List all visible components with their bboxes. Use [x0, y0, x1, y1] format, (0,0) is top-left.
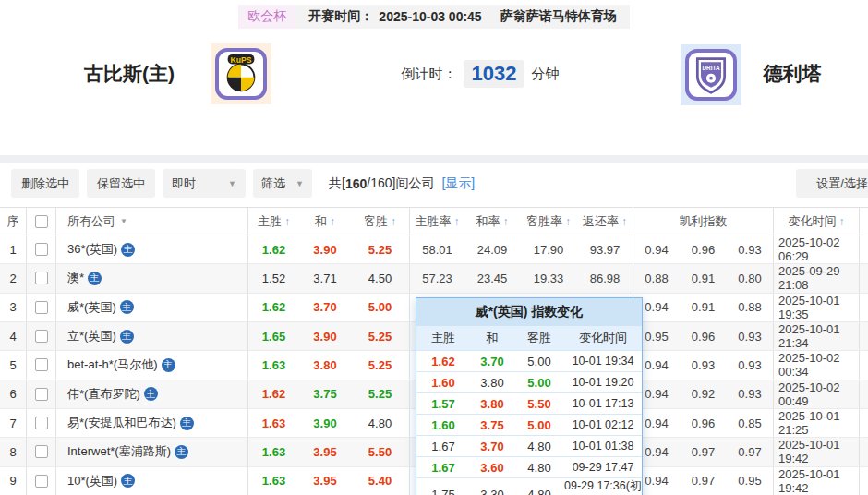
odds-draw: 3.90 — [299, 322, 351, 350]
odds-away: 5.25 — [351, 380, 409, 408]
odds-home: 1.65 — [247, 322, 299, 350]
col-return-rate-sort[interactable]: 返还率↑ — [577, 208, 633, 235]
return-rate: 86.98 — [577, 264, 633, 292]
row-index: 7 — [0, 409, 26, 437]
col-home-sort[interactable]: 主胜↑ — [247, 208, 299, 235]
popup-odds-away: 4.80 — [514, 457, 564, 477]
col-draw-rate-sort[interactable]: 和率↑ — [464, 208, 520, 235]
odds-away: 5.40 — [351, 467, 409, 495]
popup-change-time: 10-01 19:34 — [564, 351, 642, 371]
row-checkbox[interactable] — [35, 445, 48, 458]
company-link[interactable]: 威*(英国) 主 — [55, 294, 247, 321]
odds-draw: 3.80 — [299, 351, 351, 379]
odds-home: 1.62 — [247, 294, 299, 321]
company-link[interactable]: 伟*(直布罗陀) 主 — [55, 380, 247, 408]
home-badge-icon: 主 — [162, 358, 175, 372]
nav-tab[interactable] — [510, 130, 513, 143]
col-draw-sort[interactable]: 和↑ — [299, 208, 351, 235]
nav-tab[interactable] — [316, 130, 319, 143]
odds-home: 1.63 — [247, 351, 299, 379]
kelly-draw: 0.97 — [680, 438, 727, 465]
popup-odds-draw: 3.80 — [470, 372, 514, 392]
away-rate: 19.33 — [520, 264, 577, 292]
row-checkbox[interactable] — [35, 301, 48, 314]
popup-change-time: 10-01 19:20 — [564, 372, 642, 392]
home-badge-icon: 主 — [121, 243, 135, 257]
kelly-draw: 0.91 — [680, 294, 727, 321]
popup-odds-draw: 3.75 — [470, 415, 514, 435]
popup-row: 1.62 3.70 5.00 10-01 19:34 — [416, 350, 642, 371]
popup-col-away: 客胜 — [514, 326, 564, 350]
draw-rate: 23.45 — [464, 264, 520, 292]
col-change-time-sort[interactable]: 变化时间↑ — [773, 208, 859, 235]
popup-odds-away: 4.80 — [514, 436, 564, 456]
popup-header: 主胜 和 客胜 变化时间 — [416, 326, 642, 350]
drita-crest-icon: DRITA — [691, 54, 731, 95]
row-index: 9 — [0, 467, 26, 495]
nav-tab[interactable] — [355, 130, 358, 143]
sort-up-icon: ↑ — [503, 215, 509, 228]
company-link[interactable]: bet-at-h*(马尔他) 主 — [55, 351, 247, 379]
venue-name: 萨翁萨诺马特体育场 — [500, 8, 617, 25]
nav-tab[interactable] — [432, 130, 436, 143]
separator-band — [0, 155, 868, 163]
table-row[interactable]: 2 澳* 主 1.52 3.71 4.50 57.23 23.45 19.33 … — [0, 264, 868, 293]
popup-row: 1.57 3.80 5.50 10-01 17:13 — [416, 392, 642, 414]
company-link[interactable]: 易*(安提瓜和巴布达) 主 — [55, 409, 247, 437]
match-info-bar: 欧会杯 开赛时间： 2025-10-03 00:45 萨翁萨诺马特体育场 — [0, 5, 868, 29]
popup-odds-home: 1.62 — [416, 351, 470, 371]
nav-tab[interactable] — [549, 130, 552, 143]
chevron-down-icon: ▼ — [228, 179, 236, 188]
nav-tab[interactable] — [393, 130, 397, 143]
instant-dropdown[interactable]: 即时 ▼ — [163, 169, 246, 198]
countdown-label: 倒计时： — [402, 66, 457, 83]
col-away-rate-sort[interactable]: 客胜率↑ — [520, 208, 577, 235]
row-index: 8 — [0, 438, 26, 465]
popup-row: 1.67 3.60 4.80 09-29 17:47 — [416, 456, 642, 477]
keep-selected-button[interactable]: 保留选中 — [87, 169, 155, 198]
row-checkbox[interactable] — [35, 475, 48, 488]
col-home-rate-sort[interactable]: 主胜率↑ — [409, 208, 464, 235]
league-badge[interactable]: 欧会杯 — [238, 5, 295, 29]
row-checkbox[interactable] — [35, 358, 48, 371]
row-checkbox[interactable] — [35, 272, 48, 284]
company-link[interactable]: 立*(英国) 主 — [55, 322, 247, 350]
kelly-away: 0.93 — [727, 322, 773, 350]
row-checkbox[interactable] — [35, 388, 48, 401]
company-link[interactable]: 36*(英国) 主 — [55, 235, 247, 263]
col-away-sort[interactable]: 客胜↑ — [351, 208, 409, 235]
row-index: 6 — [0, 380, 26, 408]
nav-tab[interactable] — [471, 130, 475, 143]
delete-selected-button[interactable]: 删除选中 — [11, 169, 79, 198]
row-checkbox[interactable] — [35, 243, 48, 256]
change-time: 2025-10-02 00:34 — [773, 351, 859, 379]
kelly-draw: 0.92 — [680, 380, 727, 408]
odds-away: 5.50 — [351, 438, 409, 465]
kelly-draw: 0.96 — [680, 409, 727, 437]
row-checkbox[interactable] — [35, 417, 48, 429]
company-link[interactable]: 澳* 主 — [55, 264, 247, 292]
popup-odds-draw: 3.70 — [470, 351, 514, 371]
filter-dropdown[interactable]: 筛选 ▼ — [253, 169, 312, 198]
kups-crest-icon: KuPS — [220, 53, 262, 95]
odds-history-popup: 威*(英国) 指数变化 主胜 和 客胜 变化时间 1.62 3.70 5.00 … — [416, 297, 643, 495]
popup-change-time: 09-29 17:36(初指) — [564, 478, 642, 495]
company-link[interactable]: 10*(英国) 主 — [55, 467, 247, 495]
sort-up-icon: ↑ — [565, 215, 571, 228]
change-time: 2025-10-02 06:29 — [773, 235, 859, 263]
table-row[interactable]: 1 36*(英国) 主 1.62 3.90 5.25 58.01 24.09 1… — [0, 235, 868, 264]
col-company[interactable]: 所有公司 ▼ — [55, 208, 247, 235]
sort-up-icon: ↑ — [284, 215, 290, 228]
show-link[interactable]: [显示] — [441, 175, 475, 192]
popup-odds-away: 5.00 — [514, 372, 564, 392]
odds-away: 5.25 — [351, 351, 409, 379]
change-time: 2025-10-01 19:42 — [773, 438, 859, 465]
row-checkbox[interactable] — [35, 330, 48, 343]
odds-draw: 3.95 — [299, 438, 351, 465]
odds-away: 4.50 — [351, 264, 409, 292]
popup-col-home: 主胜 — [416, 326, 470, 350]
company-link[interactable]: Interwet*(塞浦路斯) 主 — [55, 438, 247, 465]
settings-button[interactable]: 设置/选择 — [796, 169, 868, 198]
odds-draw: 3.90 — [299, 235, 351, 263]
select-all-checkbox[interactable] — [35, 215, 48, 228]
